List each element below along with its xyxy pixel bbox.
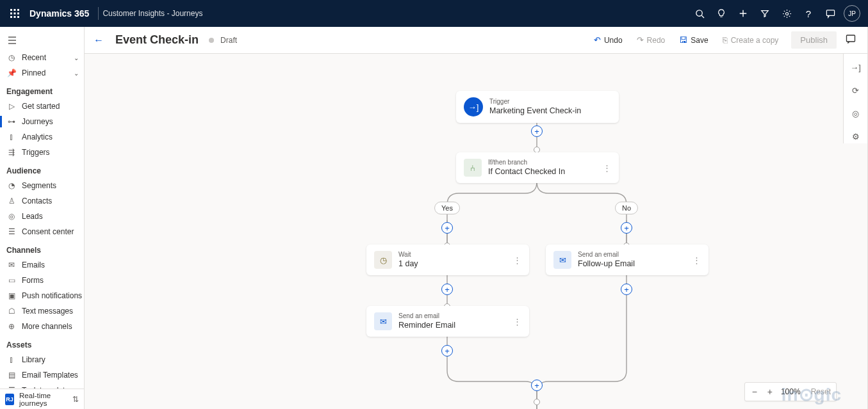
nav-analytics[interactable]: ⫿Analytics: [0, 129, 84, 145]
help-icon[interactable]: ?: [798, 0, 819, 27]
sms-icon: ☖: [6, 307, 17, 316]
back-button[interactable]: ←: [94, 35, 109, 46]
canvas-wrap: →] TriggerMarketing Event Check-in + ⑃ I…: [85, 54, 867, 409]
svg-rect-2: [17, 9, 19, 11]
add-step-button[interactable]: +: [621, 284, 632, 295]
nav-get-started[interactable]: ▷Get started: [0, 99, 84, 114]
svg-rect-11: [826, 10, 834, 15]
redo-icon: ↷: [637, 35, 644, 45]
nav-forms[interactable]: ▭Forms: [0, 273, 84, 288]
mail-icon: ✉: [6, 261, 17, 269]
chat-icon[interactable]: [819, 0, 841, 27]
target-icon: ◎: [6, 212, 17, 221]
undo-button[interactable]: ↶Undo: [589, 33, 628, 47]
mail-icon: ✉: [553, 251, 571, 269]
svg-point-10: [785, 12, 788, 15]
global-topbar: Dynamics 365 Customer Insights - Journey…: [0, 0, 868, 27]
nav-group-engagement: Engagement: [0, 81, 84, 99]
app-launcher-icon[interactable]: [5, 9, 24, 18]
save-button[interactable]: 🖫Save: [674, 33, 713, 47]
add-step-button[interactable]: +: [441, 284, 453, 295]
nav-segments[interactable]: ◔Segments: [0, 178, 84, 193]
svg-rect-1: [14, 9, 16, 11]
area-switcher[interactable]: RJ Real-time journeys ⇅: [0, 389, 84, 409]
mail-icon: ✉: [374, 312, 392, 330]
more-icon: ⊕: [6, 322, 17, 331]
add-icon[interactable]: [732, 0, 754, 27]
refresh-icon[interactable]: ⟳: [849, 83, 863, 97]
main-area: ← Event Check-in Draft ↶Undo ↷Redo 🖫Save…: [85, 27, 868, 409]
svg-point-9: [696, 10, 701, 15]
app-subtitle[interactable]: Customer Insights - Journeys: [102, 9, 202, 18]
nav-text[interactable]: ☖Text messages: [0, 303, 84, 319]
shell: ◷Recent⌄ 📌Pinned⌄ Engagement ▷Get starte…: [0, 27, 868, 409]
nav-pinned[interactable]: 📌Pinned⌄: [0, 65, 84, 81]
push-icon: ▣: [6, 291, 17, 300]
node-reminder-email[interactable]: ✉ Send an emailReminder Email ⋮: [366, 306, 529, 337]
clock-icon: ◷: [6, 53, 17, 62]
journey-icon: ⊶: [6, 117, 17, 126]
target-icon[interactable]: ◎: [849, 106, 863, 120]
svg-rect-5: [17, 13, 19, 15]
add-step-button[interactable]: +: [621, 222, 632, 234]
person-icon: ♙: [6, 196, 17, 205]
publish-button[interactable]: Publish: [791, 31, 837, 49]
nav-emails[interactable]: ✉Emails: [0, 257, 84, 273]
filter-icon[interactable]: [754, 0, 776, 27]
brand-label[interactable]: Dynamics 365: [24, 8, 94, 19]
updown-icon: ⇅: [72, 395, 79, 404]
more-icon[interactable]: ⋮: [598, 163, 611, 173]
nav-email-tpl[interactable]: ▤Email Templates: [0, 367, 84, 383]
nav-collapse-icon[interactable]: [0, 31, 84, 50]
trigger-icon: →]: [464, 97, 483, 116]
nav-library[interactable]: ⫿Library: [0, 352, 84, 367]
nav-more-channels[interactable]: ⊕More channels: [0, 319, 84, 334]
svg-rect-12: [847, 35, 855, 42]
search-icon[interactable]: [689, 0, 710, 27]
node-trigger[interactable]: →] TriggerMarketing Event Check-in: [456, 91, 619, 123]
segment-icon: ◔: [6, 181, 17, 190]
nav-triggers[interactable]: ⇶Triggers: [0, 145, 84, 160]
svg-rect-0: [10, 9, 12, 11]
add-step-button[interactable]: +: [441, 222, 453, 234]
svg-rect-7: [14, 16, 16, 18]
nav-leads[interactable]: ◎Leads: [0, 209, 84, 224]
copy-icon: ⎘: [723, 35, 728, 45]
undo-icon: ↶: [594, 35, 601, 45]
fit-icon[interactable]: →]: [849, 60, 863, 74]
node-wait[interactable]: ◷ Wait1 day ⋮: [366, 245, 529, 275]
copilot-icon[interactable]: [846, 34, 858, 46]
add-step-button[interactable]: +: [531, 380, 543, 391]
zoom-reset-button[interactable]: Reset: [811, 387, 831, 396]
branch-yes-label[interactable]: Yes: [434, 202, 460, 214]
trigger-icon: ⇶: [6, 148, 17, 157]
nav-contacts[interactable]: ♙Contacts: [0, 193, 84, 209]
gear-icon[interactable]: ⚙: [849, 129, 863, 143]
more-icon[interactable]: ⋮: [508, 317, 521, 326]
zoom-out-button[interactable]: −: [750, 387, 759, 397]
lightbulb-icon[interactable]: [710, 0, 732, 27]
journey-canvas[interactable]: →] TriggerMarketing Event Check-in + ⑃ I…: [85, 54, 867, 409]
wait-icon: ◷: [374, 251, 392, 269]
nav-consent[interactable]: ☰Consent center: [0, 224, 84, 239]
node-followup-email[interactable]: ✉ Send an emailFollow-up Email ⋮: [546, 245, 708, 275]
nav-recent[interactable]: ◷Recent⌄: [0, 50, 84, 65]
canvas-rail: →] ⟳ ◎ ⚙: [843, 54, 867, 143]
more-icon[interactable]: ⋮: [508, 255, 521, 265]
nav-journeys[interactable]: ⊶Journeys: [0, 114, 84, 129]
user-avatar[interactable]: JP: [841, 0, 863, 27]
branch-no-label[interactable]: No: [615, 202, 638, 214]
connector-dot: [534, 399, 540, 405]
copy-button[interactable]: ⎘Create a copy: [717, 33, 784, 47]
zoom-in-button[interactable]: +: [766, 387, 774, 397]
add-step-button[interactable]: +: [441, 345, 453, 357]
redo-button[interactable]: ↷Redo: [632, 33, 671, 47]
nav-group-assets: Assets: [0, 334, 84, 352]
left-nav: ◷Recent⌄ 📌Pinned⌄ Engagement ▷Get starte…: [0, 27, 85, 409]
library-icon: ⫿: [6, 355, 17, 364]
nav-push[interactable]: ▣Push notifications: [0, 288, 84, 303]
node-branch[interactable]: ⑃ If/then branchIf Contact Checked In ⋮: [456, 152, 619, 183]
settings-icon[interactable]: [776, 0, 798, 27]
add-step-button[interactable]: +: [531, 125, 543, 137]
more-icon[interactable]: ⋮: [687, 255, 701, 265]
